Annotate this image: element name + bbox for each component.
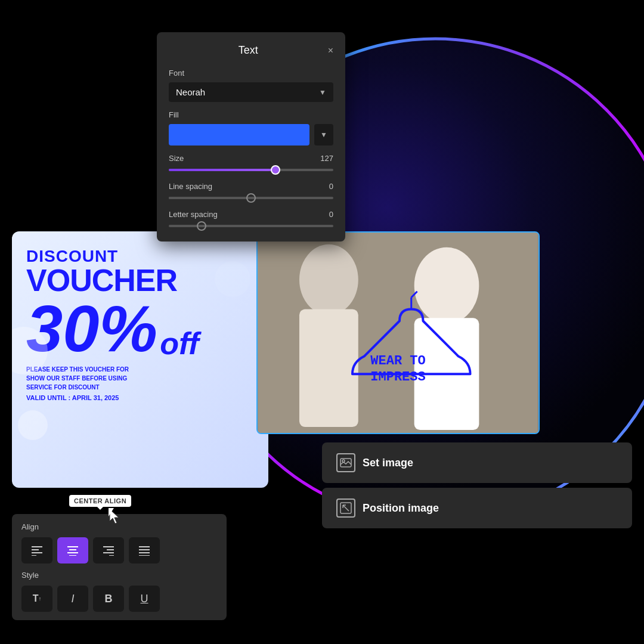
close-button[interactable]: × (328, 46, 333, 55)
letter-spacing-value: 0 (329, 210, 333, 219)
text-dialog: Text × Font Neorah ▼ Fill ▼ Size 127 Lin… (157, 32, 345, 242)
fill-label: Fill (169, 110, 333, 119)
image-buttons-panel: Set image Position image (322, 442, 632, 528)
align-center-button[interactable] (57, 537, 88, 564)
position-image-icon (336, 499, 355, 518)
set-image-button[interactable]: Set image (322, 442, 632, 483)
center-align-tooltip: CENTER ALIGN (69, 495, 131, 507)
underline-icon: U (141, 593, 148, 605)
style-underline-button[interactable]: U (129, 586, 160, 612)
style-text-button[interactable]: T↑ (21, 586, 52, 612)
italic-icon: I (71, 593, 74, 605)
font-select[interactable]: Neorah ▼ (169, 82, 333, 102)
letter-spacing-slider[interactable] (169, 225, 333, 227)
fill-color-bar[interactable] (169, 124, 309, 145)
set-image-label: Set image (363, 457, 413, 469)
size-label: Size (169, 154, 184, 163)
style-italic-button[interactable]: I (57, 586, 88, 612)
fashion-image-text: WEAR TO IMPRESS (370, 354, 425, 385)
fashion-image-panel[interactable]: WEAR TO IMPRESS (256, 231, 540, 434)
fill-dropdown-btn[interactable]: ▼ (314, 124, 333, 145)
voucher-card: DISCOUNT VOUCHER 30% off PLEASE KEEP THI… (12, 231, 268, 488)
font-value: Neorah (176, 87, 319, 97)
align-justify-button[interactable] (129, 537, 160, 564)
align-label: Align (21, 522, 217, 531)
bold-icon: B (105, 593, 113, 605)
voucher-body: PLEASE KEEP THIS VOUCHER FORSHOW OUR STA… (26, 365, 254, 392)
text-dialog-title: Text (169, 44, 328, 57)
voucher-off: off (160, 326, 199, 361)
align-panel: CENTER ALIGN Align (12, 514, 227, 620)
svg-point-3 (299, 244, 358, 315)
line-spacing-slider[interactable] (169, 197, 333, 199)
line-spacing-value: 0 (329, 182, 333, 191)
letter-spacing-label: Letter spacing (169, 210, 218, 219)
position-image-label: Position image (363, 502, 439, 515)
line-spacing-label: Line spacing (169, 182, 212, 191)
style-bold-button[interactable]: B (93, 586, 124, 612)
align-left-button[interactable] (21, 537, 52, 564)
align-right-button[interactable] (93, 537, 124, 564)
position-image-button[interactable]: Position image (322, 488, 632, 528)
font-dropdown-icon: ▼ (319, 88, 326, 97)
svg-rect-4 (299, 309, 358, 427)
style-label: Style (21, 571, 217, 580)
svg-point-5 (414, 247, 479, 324)
size-value: 127 (320, 154, 333, 163)
voucher-valid: VALID UNTIL : APRIL 31, 2025 (26, 394, 254, 401)
set-image-icon (336, 453, 355, 472)
size-slider[interactable] (169, 169, 333, 171)
voucher-line1: DISCOUNT (26, 248, 254, 265)
font-label: Font (169, 69, 333, 78)
